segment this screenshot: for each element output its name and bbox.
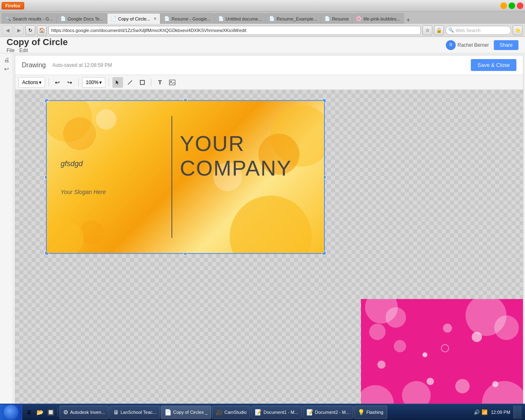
- tab-label: Copy of Circle...: [118, 16, 150, 21]
- tab-favicon: 🔍: [5, 16, 11, 21]
- avatar: R: [446, 40, 456, 50]
- taskbar-item-autodesk[interactable]: ⚙ Autodesk Inven...: [59, 406, 109, 419]
- minimize-button[interactable]: [500, 2, 507, 9]
- tab-google-docs[interactable]: 📄 Google Docs Te...: [57, 13, 107, 24]
- new-tab-button[interactable]: +: [404, 16, 413, 24]
- nav-icon1[interactable]: 🔒: [434, 25, 444, 35]
- taskbar-item-doc1[interactable]: 📝 Document1 - M...: [251, 406, 301, 419]
- tab-favicon: 🌸: [356, 16, 362, 21]
- text-tool-button[interactable]: T: [155, 77, 165, 88]
- search-bar[interactable]: 🔍 Web Search: [445, 26, 511, 35]
- pink-bubbles-image: [361, 299, 523, 418]
- pink-bubble-bright-4: [455, 379, 470, 393]
- zoom-button[interactable]: 100% ▾: [82, 77, 105, 88]
- url-bar[interactable]: https://docs.google.com/document/d/1ZzSw…: [48, 26, 421, 35]
- line-tool-button[interactable]: [125, 77, 135, 88]
- close-button[interactable]: [517, 2, 523, 9]
- tab-label: Untitled docume...: [226, 16, 262, 21]
- menu-edit[interactable]: Edit: [19, 48, 28, 53]
- quicklaunch-3[interactable]: 🔲: [46, 408, 55, 417]
- drawing-title: Drawing: [22, 62, 46, 69]
- svg-line-1: [128, 80, 132, 84]
- business-card-left: gfsdgd Your Slogan Here: [61, 159, 106, 195]
- tab-label: Resume_Example...: [276, 16, 317, 21]
- tray-icon-2[interactable]: 📶: [482, 409, 488, 415]
- svg-marker-0: [116, 80, 119, 85]
- pink-bubble-bright-7: [443, 324, 452, 333]
- autosave-label: Auto-saved at 12:08:59 PM: [52, 62, 112, 68]
- taskbar-item-circles[interactable]: 📄 Copy of Circles _: [161, 406, 211, 419]
- actions-button[interactable]: Actions ▾: [18, 77, 45, 88]
- search-icon: 🔍: [448, 27, 454, 33]
- pink-bubble-6: [394, 340, 406, 352]
- taskbar-item-lanschool[interactable]: 🖥 LanSchool Teac...: [110, 406, 160, 419]
- save-close-button[interactable]: Save & Close: [471, 59, 516, 71]
- taskbar-icon-doc1: 📝: [255, 409, 262, 415]
- tab-favicon: 📄: [269, 16, 275, 21]
- start-button[interactable]: [0, 404, 22, 420]
- share-button[interactable]: Share: [494, 40, 518, 50]
- shape-tool-button[interactable]: [137, 77, 148, 88]
- taskbar-icon-doc2: 📝: [306, 409, 313, 415]
- bookmark-button[interactable]: ☆: [422, 25, 432, 35]
- menu-file[interactable]: File: [7, 48, 14, 53]
- toolbar-sep4: [151, 78, 151, 87]
- forward-button[interactable]: ▶: [14, 25, 24, 35]
- user-name: Rachel Berner: [457, 42, 489, 48]
- tray-icon-1[interactable]: 🔊: [474, 409, 480, 415]
- clock-time: 12:09 PM: [491, 410, 510, 415]
- tab-resume[interactable]: 📄 Resume - Google...: [160, 13, 214, 24]
- taskbar-item-doc2[interactable]: 📝 Document2 - M...: [303, 406, 353, 419]
- tab-resume-example[interactable]: 📄 Resume_Example...: [265, 13, 321, 24]
- nav-icon2[interactable]: ⭐: [513, 25, 523, 35]
- left-toolbar: 🖨 ↩ ▲: [0, 53, 13, 420]
- tab-resume2[interactable]: 📄 Resume: [321, 13, 352, 24]
- tab-close-icon[interactable]: ✕: [153, 16, 157, 21]
- tab-favicon: 📄: [218, 16, 224, 21]
- taskbar-item-flashing[interactable]: 💡 Flashing: [354, 406, 387, 419]
- business-card-divider: [171, 116, 172, 238]
- tab-untitled[interactable]: 📄 Untitled docume...: [215, 13, 266, 24]
- drawing-canvas[interactable]: gfsdgd Your Slogan Here YOUR COMPANY: [15, 90, 523, 418]
- title-bar: Firefox: [0, 0, 525, 11]
- url-text: https://docs.google.com/document/d/1ZzSw…: [51, 28, 247, 33]
- bubble-7: [47, 220, 84, 253]
- taskbar-icon-lanschool: 🖥: [113, 409, 119, 415]
- image-tool-button[interactable]: [167, 77, 178, 88]
- tab-label: Google Docs Te...: [68, 16, 103, 21]
- firefox-button[interactable]: Firefox: [2, 2, 24, 9]
- cursor-indicator: [441, 344, 449, 352]
- pink-bubble-bright-3: [492, 381, 498, 387]
- drawing-panel: Drawing Auto-saved at 12:08:59 PM Save &…: [15, 55, 523, 418]
- tab-copy-of-circle[interactable]: 📄 Copy of Circle... ✕: [107, 13, 160, 24]
- pink-bubble-bright-5: [422, 352, 427, 357]
- show-desktop-button[interactable]: [514, 406, 522, 419]
- taskbar-item-camstudio[interactable]: 🎥 CamStudio: [212, 406, 250, 419]
- taskbar-label-doc1: Document1 - M...: [263, 410, 298, 415]
- maximize-button[interactable]: [509, 2, 515, 9]
- print-icon[interactable]: 🖨: [4, 57, 9, 63]
- tab-label: life-pink-bubbles...: [363, 16, 400, 21]
- toolbar-sep1: [48, 78, 49, 87]
- refresh-button[interactable]: ↻: [25, 25, 35, 35]
- taskbar-label-doc2: Document2 - M...: [315, 410, 349, 415]
- home-button[interactable]: 🏠: [37, 25, 47, 35]
- redo-button[interactable]: ↪: [64, 77, 75, 88]
- selected-image[interactable]: gfsdgd Your Slogan Here YOUR COMPANY: [46, 100, 325, 254]
- quicklaunch-1[interactable]: 🖥: [25, 408, 34, 417]
- back-button[interactable]: ◀: [2, 25, 12, 35]
- tab-search-results[interactable]: 🔍 Search results - G...: [2, 13, 57, 24]
- quicklaunch-2[interactable]: 📂: [35, 408, 44, 417]
- tab-pink-bubbles[interactable]: 🌸 life-pink-bubbles...: [352, 13, 404, 24]
- taskbar-label-circles: Copy of Circles _: [173, 410, 208, 415]
- pink-bubble-bright-2: [377, 361, 386, 369]
- tab-favicon: 📄: [324, 16, 330, 21]
- bubble-8: [96, 109, 116, 130]
- toolbar-sep2: [78, 78, 79, 87]
- taskbar-icon-camstudio: 🎥: [216, 409, 223, 415]
- tab-bar: 🔍 Search results - G... 📄 Google Docs Te…: [0, 11, 525, 24]
- select-tool-button[interactable]: [112, 77, 123, 88]
- tab-favicon: 📄: [164, 16, 170, 21]
- undo-doc-icon[interactable]: ↩: [4, 66, 9, 72]
- undo-button[interactable]: ↩: [52, 77, 63, 88]
